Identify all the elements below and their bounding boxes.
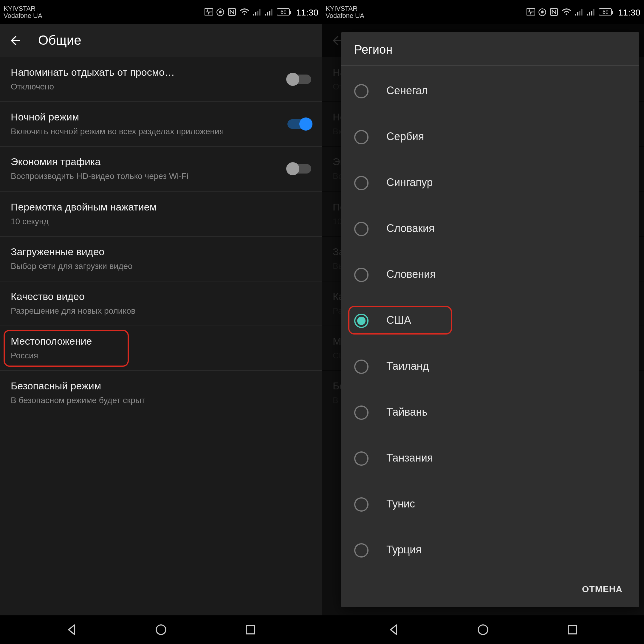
svg-rect-22 (579, 11, 581, 16)
heartbeat-icon (205, 8, 213, 16)
nav-recent[interactable] (555, 624, 590, 636)
phone-left: KYIVSTAR Vodafone UA 89 11:30 Общие Напо… (0, 0, 322, 644)
radio-icon (354, 451, 369, 465)
heartbeat-icon (527, 8, 535, 16)
region-option[interactable]: Словения (341, 252, 639, 298)
svg-point-13 (156, 625, 166, 634)
setting-dark-mode[interactable]: Ночной режимВключить ночной режим во все… (0, 102, 322, 147)
setting-downloads[interactable]: Загруженные видеоВыбор сети для загрузки… (0, 237, 322, 281)
nav-bar (0, 615, 322, 644)
svg-rect-10 (267, 12, 269, 16)
svg-point-4 (244, 13, 246, 15)
region-option-selected[interactable]: США (341, 298, 639, 343)
clock: 11:30 (618, 7, 640, 17)
svg-rect-14 (246, 626, 255, 634)
svg-rect-9 (265, 14, 267, 16)
battery-icon: 89 (277, 8, 290, 16)
radio-icon (354, 130, 369, 144)
toggle-switch[interactable] (287, 164, 311, 174)
setting-data-saver[interactable]: Экономия трафикаВоспроизводить HD-видео … (0, 147, 322, 192)
radio-icon (354, 267, 369, 282)
region-option[interactable]: Таиланд (341, 343, 639, 389)
setting-double-tap-seek[interactable]: Перемотка двойным нажатием10 секунд (0, 192, 322, 236)
radio-icon (354, 313, 369, 328)
svg-rect-21 (577, 12, 579, 16)
toggle-switch[interactable] (287, 120, 311, 129)
app-bar: Общие (0, 24, 322, 57)
setting-sub: Отключено (11, 81, 280, 92)
signal-1-icon (253, 8, 261, 16)
wifi-icon (240, 8, 250, 16)
nav-back[interactable] (54, 623, 89, 636)
region-option[interactable]: Тайвань (341, 389, 639, 435)
radio-icon (354, 176, 369, 190)
setting-quality[interactable]: Качество видеоРазрешение для новых ролик… (0, 281, 322, 326)
svg-rect-24 (587, 14, 589, 16)
region-list[interactable]: Сенегал Сербия Сингапур Словакия Словени… (341, 66, 639, 572)
setting-restricted-mode[interactable]: Безопасный режимВ безопасном режиме буде… (0, 371, 322, 415)
svg-rect-26 (591, 11, 593, 16)
region-option[interactable]: Танзания (341, 435, 639, 481)
wifi-icon (562, 8, 572, 16)
svg-marker-2 (219, 10, 222, 13)
svg-rect-12 (271, 9, 273, 16)
nav-home[interactable] (143, 623, 179, 636)
status-bar: KYIVSTAR Vodafone UA 89 11:30 (0, 0, 322, 24)
dialog-title: Регион (341, 32, 639, 66)
region-option[interactable]: Сербия (341, 114, 639, 160)
nfc-icon (550, 8, 558, 16)
battery-icon: 89 (599, 8, 612, 16)
clock: 11:30 (296, 7, 318, 17)
nav-bar (322, 615, 644, 644)
cancel-button[interactable]: ОТМЕНА (575, 578, 630, 600)
svg-rect-5 (253, 14, 255, 16)
svg-marker-17 (541, 10, 544, 13)
football-icon (217, 8, 225, 16)
svg-rect-27 (593, 9, 595, 16)
setting-title: Напоминать отдыхать от просмо… (11, 67, 280, 79)
page-title: Общие (38, 33, 81, 48)
carrier-2: Vodafone UA (4, 12, 42, 19)
region-dialog: Регион Сенегал Сербия Сингапур Словакия … (341, 32, 639, 607)
region-option[interactable]: Турция (341, 527, 639, 572)
nav-home[interactable] (465, 623, 501, 636)
svg-rect-20 (575, 14, 577, 16)
nav-back[interactable] (376, 623, 411, 636)
svg-rect-23 (581, 9, 583, 16)
svg-point-28 (478, 625, 488, 634)
svg-rect-7 (257, 11, 259, 16)
radio-icon (354, 543, 369, 557)
svg-rect-6 (255, 12, 257, 16)
status-bar: KYIVSTAR Vodafone UA 89 11:30 (322, 0, 644, 24)
settings-list[interactable]: Напоминать отдыхать от просмо…Отключено … (0, 57, 322, 615)
setting-location[interactable]: МестоположениеРоссия (0, 326, 322, 371)
region-option[interactable]: Сенегал (341, 68, 639, 114)
carrier-2: Vodafone UA (326, 12, 364, 19)
svg-rect-25 (589, 12, 591, 16)
radio-icon (354, 84, 369, 98)
carrier-1: KYIVSTAR (4, 5, 42, 12)
region-option[interactable]: Словакия (341, 206, 639, 252)
carrier-1: KYIVSTAR (326, 5, 364, 12)
setting-remind-break[interactable]: Напоминать отдыхать от просмо…Отключено (0, 57, 322, 102)
radio-icon (354, 405, 369, 419)
svg-rect-29 (568, 626, 577, 634)
svg-rect-8 (259, 9, 261, 16)
signal-1-icon (575, 8, 583, 16)
svg-rect-11 (269, 11, 271, 16)
region-option[interactable]: Тунис (341, 481, 639, 527)
nfc-icon (228, 8, 236, 16)
region-option[interactable]: Сингапур (341, 160, 639, 206)
toggle-switch[interactable] (287, 75, 311, 84)
football-icon (539, 8, 547, 16)
radio-icon (354, 222, 369, 236)
svg-point-19 (566, 13, 568, 15)
signal-2-icon (587, 8, 595, 16)
signal-2-icon (265, 8, 273, 16)
back-button[interactable] (7, 32, 24, 49)
nav-recent[interactable] (233, 624, 268, 636)
radio-icon (354, 359, 369, 374)
phone-right: KYIVSTARVodafone UA Общие Напоминать отд… (322, 0, 644, 644)
radio-icon (354, 497, 369, 511)
